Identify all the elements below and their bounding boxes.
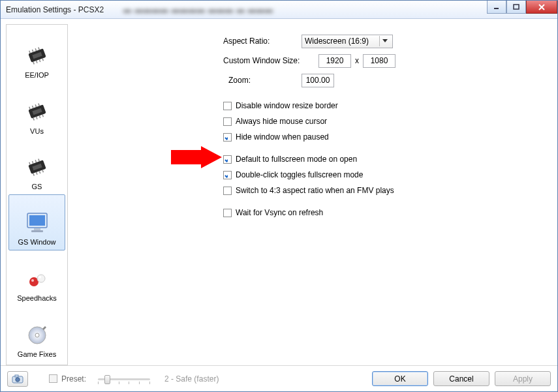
sidebar-item-label: VUs bbox=[30, 127, 44, 135]
preset-value-label: 2 - Safe (faster) bbox=[164, 374, 219, 384]
dblclick-fullscreen-checkbox[interactable] bbox=[223, 171, 232, 179]
sidebar-item-label: EE/IOP bbox=[25, 71, 49, 79]
annotation-arrow-icon bbox=[171, 146, 223, 168]
svg-marker-45 bbox=[171, 146, 222, 168]
svg-line-6 bbox=[29, 51, 29, 53]
hide-cursor-checkbox[interactable] bbox=[223, 117, 232, 126]
monitor-icon bbox=[24, 209, 50, 235]
chip-icon bbox=[24, 154, 50, 180]
switch-43-checkbox[interactable] bbox=[223, 187, 232, 195]
svg-point-41 bbox=[39, 276, 41, 279]
sidebar-item-label: GS Window bbox=[18, 238, 55, 246]
svg-line-7 bbox=[32, 50, 33, 53]
svg-line-19 bbox=[38, 104, 39, 106]
svg-rect-35 bbox=[29, 215, 45, 226]
gs-window-pane: Aspect Ratio: Widescreen (16:9) Custom W… bbox=[73, 24, 552, 365]
titlebar-blurred-text: ▬ ▬▬▬▬ ▬▬▬▬ ▬▬▬ ▬ ▬▬▬ bbox=[123, 5, 273, 14]
speedhacks-icon bbox=[24, 265, 50, 292]
chevron-down-icon bbox=[379, 36, 390, 46]
svg-rect-47 bbox=[15, 375, 18, 377]
sidebar-item-label: GS bbox=[32, 183, 42, 190]
sidebar-item-vus[interactable]: VUs bbox=[7, 83, 67, 138]
preset-checkbox-group: Preset: bbox=[49, 374, 86, 384]
window-controls bbox=[487, 1, 557, 14]
aspect-ratio-label: Aspect Ratio: bbox=[223, 37, 302, 46]
preset-checkbox[interactable] bbox=[49, 374, 57, 383]
svg-line-30 bbox=[33, 173, 33, 176]
content-area: EE/IOP VUs GS GS Window bbox=[1, 19, 557, 365]
svg-line-8 bbox=[35, 49, 36, 52]
svg-line-17 bbox=[32, 106, 33, 108]
custom-height-input[interactable]: 1080 bbox=[363, 54, 395, 68]
chip-icon bbox=[24, 42, 50, 68]
window-title: Emulation Settings - PCSX2 bbox=[6, 5, 104, 14]
sidebar-item-label: Game Fixes bbox=[18, 350, 56, 358]
svg-rect-37 bbox=[31, 230, 43, 232]
settings-window: Emulation Settings - PCSX2 ▬ ▬▬▬▬ ▬▬▬▬ ▬… bbox=[0, 0, 558, 392]
svg-line-18 bbox=[35, 104, 36, 107]
svg-line-12 bbox=[39, 60, 40, 63]
sidebar-item-ee-iop[interactable]: EE/IOP bbox=[7, 27, 67, 83]
svg-line-10 bbox=[33, 62, 33, 65]
titlebar: Emulation Settings - PCSX2 ▬ ▬▬▬▬ ▬▬▬▬ ▬… bbox=[1, 1, 557, 19]
svg-line-28 bbox=[35, 160, 36, 163]
svg-line-22 bbox=[39, 115, 40, 118]
disc-wrench-icon bbox=[24, 322, 50, 348]
svg-line-20 bbox=[33, 118, 33, 121]
custom-width-input[interactable]: 1920 bbox=[318, 54, 351, 68]
svg-line-29 bbox=[38, 159, 39, 162]
dimension-x: x bbox=[355, 56, 359, 65]
aspect-ratio-select[interactable]: Widescreen (16:9) bbox=[302, 35, 393, 48]
sidebar-item-gs[interactable]: GS bbox=[7, 139, 67, 194]
zoom-label: Zoom: bbox=[228, 76, 302, 85]
sidebar-item-speedhacks[interactable]: Speedhacks bbox=[7, 250, 67, 306]
svg-line-32 bbox=[39, 172, 40, 174]
svg-point-43 bbox=[35, 333, 39, 337]
svg-rect-36 bbox=[34, 228, 40, 230]
svg-marker-44 bbox=[382, 39, 388, 42]
vsync-label: Wait for Vsync on refresh bbox=[236, 208, 323, 217]
disable-resize-label: Disable window resize border bbox=[236, 101, 338, 110]
aspect-ratio-value: Widescreen (16:9) bbox=[305, 37, 369, 46]
vsync-checkbox[interactable] bbox=[223, 209, 232, 217]
switch-43-label: Switch to 4:3 aspect ratio when an FMV p… bbox=[236, 186, 394, 195]
svg-rect-1 bbox=[514, 5, 519, 9]
hide-paused-label: Hide window when paused bbox=[236, 132, 329, 142]
slider-thumb[interactable] bbox=[104, 375, 110, 384]
camera-icon bbox=[12, 374, 23, 384]
disable-resize-checkbox[interactable] bbox=[223, 102, 232, 110]
minimize-button[interactable] bbox=[487, 1, 506, 14]
svg-line-9 bbox=[38, 48, 39, 50]
svg-line-16 bbox=[29, 107, 29, 110]
preset-slider[interactable] bbox=[98, 372, 150, 385]
preset-label: Preset: bbox=[61, 374, 86, 384]
chip-icon bbox=[24, 98, 50, 125]
zoom-input[interactable]: 100.00 bbox=[302, 74, 334, 87]
cancel-button[interactable]: Cancel bbox=[433, 371, 489, 386]
dblclick-fullscreen-label: Double-click toggles fullscreen mode bbox=[236, 170, 363, 179]
sidebar-item-gs-window[interactable]: GS Window bbox=[8, 194, 65, 250]
svg-line-11 bbox=[36, 61, 37, 63]
bottom-bar: Preset: 2 - Safe (faster) OK Cancel Appl… bbox=[1, 365, 557, 391]
close-button[interactable] bbox=[526, 1, 557, 14]
sidebar-item-game-fixes[interactable]: Game Fixes bbox=[7, 306, 67, 361]
hide-paused-checkbox[interactable] bbox=[223, 133, 232, 142]
svg-line-31 bbox=[36, 172, 37, 175]
apply-button[interactable]: Apply bbox=[495, 371, 551, 386]
ok-button[interactable]: OK bbox=[372, 371, 428, 386]
screenshot-button[interactable] bbox=[7, 371, 28, 387]
sidebar-item-label: Speedhacks bbox=[17, 294, 57, 302]
svg-point-40 bbox=[37, 275, 45, 282]
svg-line-26 bbox=[29, 162, 29, 165]
svg-line-23 bbox=[42, 114, 43, 117]
svg-point-39 bbox=[31, 279, 34, 282]
sidebar: EE/IOP VUs GS GS Window bbox=[6, 24, 68, 365]
svg-point-48 bbox=[16, 377, 20, 381]
maximize-button[interactable] bbox=[506, 1, 526, 14]
default-fullscreen-label: Default to fullscreen mode on open bbox=[236, 155, 357, 164]
svg-line-33 bbox=[42, 170, 43, 173]
svg-line-27 bbox=[32, 161, 33, 164]
svg-line-21 bbox=[36, 117, 37, 119]
custom-size-label: Custom Window Size: bbox=[223, 56, 302, 65]
default-fullscreen-checkbox[interactable] bbox=[223, 155, 232, 164]
